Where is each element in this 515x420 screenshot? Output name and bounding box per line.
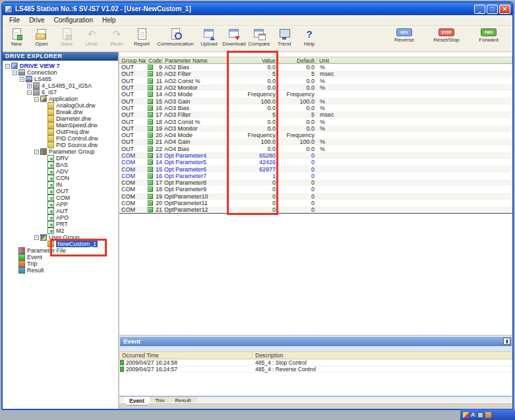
table-row[interactable]: OUT12AO2 Monitor0.00.0% xyxy=(119,84,512,91)
tree-item-prt[interactable]: PRT xyxy=(3,221,118,227)
toolbar-communication-button[interactable]: Communication xyxy=(154,27,197,47)
tree-item-apo[interactable]: APO xyxy=(3,214,118,221)
toolbar-reverse-button[interactable]: REVReverse xyxy=(383,27,425,43)
tree-item-pid-control-drw[interactable]: PID Control.drw xyxy=(3,135,118,142)
table-row[interactable]: COM21OptParameter1200 xyxy=(119,206,512,213)
table-row[interactable]: OUT10AO2 Filter55msec xyxy=(119,71,512,77)
tree-item-app[interactable]: APP xyxy=(3,201,118,208)
column-header-description[interactable]: Description xyxy=(253,352,512,359)
tree-item-connection[interactable]: −Connection xyxy=(3,69,118,76)
tree-item-in[interactable]: IN xyxy=(3,181,118,188)
tree-item-4-ls485-01-ig5a[interactable]: +4_LS485_01_iG5A xyxy=(3,82,118,89)
close-button[interactable]: ✕ xyxy=(499,5,510,14)
hanja-key-icon[interactable] xyxy=(477,412,483,418)
expand-toggle-icon[interactable]: + xyxy=(27,84,32,88)
minimize-button[interactable]: _ xyxy=(474,5,485,14)
toolbar-upload-button[interactable]: Upload xyxy=(197,27,222,47)
toolbar-download-button[interactable]: Download xyxy=(222,27,247,47)
table-row[interactable]: OUT16AO3 Bias0.00.0% xyxy=(119,105,512,111)
collapse-toggle-icon[interactable]: − xyxy=(13,71,17,75)
toolbar-undo-button[interactable]: ↶Undo xyxy=(79,27,104,47)
pin-button[interactable] xyxy=(503,338,510,345)
table-row[interactable]: COM14Opt Parameter5424260 xyxy=(119,159,512,165)
tree-item-mainspeed-drw[interactable]: MainSpeed.drw xyxy=(3,122,118,129)
table-row[interactable]: OUT14AO3 ModeFrequencyFrequency xyxy=(119,91,512,98)
toolbar-new-button[interactable]: New xyxy=(4,27,29,47)
table-row[interactable]: OUT15AO3 Gain100.0100.0% xyxy=(119,98,512,104)
tray-program-icon[interactable] xyxy=(485,412,491,418)
tab-event[interactable]: Event xyxy=(123,397,151,405)
tree-item-trip[interactable]: Trip xyxy=(3,260,118,267)
tree-item-event[interactable]: Event xyxy=(3,254,118,260)
tree-item-drv[interactable]: DRV xyxy=(3,155,118,162)
tree-item-out[interactable]: OUT xyxy=(3,188,118,195)
table-row[interactable]: OUT17AO3 Filter55msec xyxy=(119,111,512,118)
tree-item-outfreq-drw[interactable]: OutFreq.drw xyxy=(3,129,118,135)
tree-item-application[interactable]: −Application xyxy=(3,96,118,102)
collapse-toggle-icon[interactable]: − xyxy=(20,77,24,82)
menu-help[interactable]: Help xyxy=(98,16,121,24)
table-row[interactable]: OUT11AO2 Const %0.00.0% xyxy=(119,78,512,84)
table-row[interactable]: OUT19AO3 Monitor0.00.0% xyxy=(119,125,512,132)
column-header-group-name[interactable]: Group Name xyxy=(119,57,146,63)
toolbar-trend-button[interactable]: Trend xyxy=(272,27,297,47)
column-header-code[interactable]: Code xyxy=(146,57,163,63)
tree-item-user-group[interactable]: −User Group xyxy=(3,234,118,241)
toolbar-forward-button[interactable]: FWDForward xyxy=(468,27,510,43)
tree-item-newcustom-1[interactable]: NewCustom_1 xyxy=(3,241,118,247)
toolbar-compare-button[interactable]: Compare xyxy=(247,27,272,47)
tree-item-m2[interactable]: M2 xyxy=(3,227,118,234)
collapse-toggle-icon[interactable]: − xyxy=(5,64,10,69)
menu-file[interactable]: File xyxy=(5,16,24,24)
language-indicator[interactable]: A xyxy=(471,411,475,418)
event-row[interactable]: 2009/04/27 16:24:57485_4 : Reverse Contr… xyxy=(119,366,512,373)
tree-item-parameter-group[interactable]: −Parameter Group xyxy=(3,148,118,155)
tree-item-parameter-file[interactable]: Parameter File xyxy=(3,247,118,254)
column-header-value[interactable]: Value xyxy=(227,57,278,63)
table-row[interactable]: COM19OptParameter1000 xyxy=(119,193,512,200)
toolbar-save-button[interactable]: Save xyxy=(54,27,79,47)
table-row[interactable]: COM16Opt Parameter710 xyxy=(119,173,512,179)
event-row[interactable]: 2009/04/27 16:24:58485_4 : Stop Control xyxy=(119,359,512,366)
column-header-unit[interactable]: Unit xyxy=(317,57,512,63)
collapse-toggle-icon[interactable]: − xyxy=(27,90,32,95)
toolbar-help-button[interactable]: ?Help xyxy=(297,27,322,47)
menu-configuration[interactable]: Configuration xyxy=(49,16,97,24)
table-row[interactable]: COM15Opt Parameter6629770 xyxy=(119,165,512,172)
table-row[interactable]: OUT21AO4 Gain100.0100.0% xyxy=(119,138,512,145)
collapse-toggle-icon[interactable]: − xyxy=(34,235,39,240)
tree-item-6-is7[interactable]: −6_iS7 xyxy=(3,89,118,96)
toolbar-reset-stop-button[interactable]: STOPReset/Stop xyxy=(425,27,468,43)
column-header-default[interactable]: Default xyxy=(278,57,317,63)
table-row[interactable]: OUT9AO2 Bias0.00.0% xyxy=(119,64,512,71)
tree-item-analogout-drw[interactable]: AnalogOut.drw xyxy=(3,102,118,109)
toolbar-report-button[interactable]: Report xyxy=(129,27,154,47)
tree-item-result[interactable]: Result xyxy=(3,267,118,274)
tree-item-diameter-drw[interactable]: Diameter.drw xyxy=(3,115,118,122)
table-row[interactable]: OUT22AO4 Bias0.00.0% xyxy=(119,146,512,152)
toolbar-open-button[interactable]: Open xyxy=(29,27,54,47)
table-row[interactable]: COM18Opt Parameter900 xyxy=(119,186,512,193)
table-row[interactable]: OUT20AO4 ModeFrequencyFrequency xyxy=(119,132,512,138)
maximize-button[interactable]: □ xyxy=(487,5,498,14)
toolbar-redo-button[interactable]: ↷Redo xyxy=(104,27,129,47)
table-row[interactable]: OUT18AO3 Const %0.00.0% xyxy=(119,118,512,125)
table-row[interactable]: COM17Opt Parameter800 xyxy=(119,179,512,186)
tree-item-drive-view-7[interactable]: −DRIVE VIEW 7 xyxy=(3,63,118,69)
tree-item-aut[interactable]: AUT xyxy=(3,208,118,214)
tree-item-com[interactable]: COM xyxy=(3,195,118,201)
menu-drive[interactable]: Drive xyxy=(24,16,49,24)
column-header-occurred-time[interactable]: Occurred Time xyxy=(119,352,253,359)
tree-item-break-drw[interactable]: Break.drw xyxy=(3,109,118,115)
column-header-parameter-name[interactable]: Parameter Name xyxy=(163,57,227,63)
collapse-toggle-icon[interactable]: − xyxy=(34,97,39,102)
tree-item-con[interactable]: CON xyxy=(3,175,118,181)
title-bar[interactable]: LS485 Station No.:6 SV-iS7 V1.02 - [User… xyxy=(3,3,512,15)
table-row[interactable]: COM13Opt Parameter4652800 xyxy=(119,152,512,159)
tree-item-bas[interactable]: BAS xyxy=(3,162,118,168)
tree-item-adv[interactable]: ADV xyxy=(3,168,118,175)
collapse-toggle-icon[interactable]: − xyxy=(34,150,39,154)
tree-item-pid-source-drw[interactable]: PID Source.drw xyxy=(3,142,118,148)
tree-item-ls485[interactable]: −LS485 xyxy=(3,76,118,82)
table-row[interactable]: COM20OptParameter1100 xyxy=(119,200,512,206)
